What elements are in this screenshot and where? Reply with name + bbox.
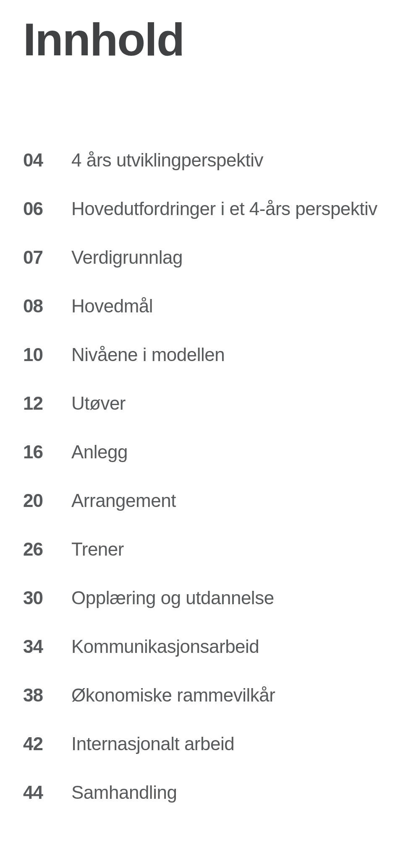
toc-entry-title: Internasjonalt arbeid: [71, 733, 234, 754]
toc-entry-title: Opplæring og utdannelse: [71, 587, 274, 608]
toc-page-number: 16: [23, 442, 71, 463]
toc-entry-title: Nivåene i modellen: [71, 344, 225, 365]
toc-entry: 12 Utøver: [23, 393, 380, 414]
toc-entry-title: Verdigrunnlag: [71, 247, 183, 268]
toc-entry: 20 Arrangement: [23, 490, 380, 511]
toc-entry: 08 Hovedmål: [23, 296, 380, 317]
toc-entry-title: Hovedutfordringer i et 4-års perspektiv: [71, 198, 377, 219]
toc-entry-title: Arrangement: [71, 490, 176, 511]
toc-page-number: 26: [23, 539, 71, 560]
toc-entry: 07 Verdigrunnlag: [23, 247, 380, 268]
toc-page-number: 30: [23, 587, 71, 608]
toc-page-number: 10: [23, 344, 71, 365]
toc-entry: 38 Økonomiske rammevilkår: [23, 685, 380, 706]
toc-page-number: 12: [23, 393, 71, 414]
toc-entry-title: Utøver: [71, 393, 126, 414]
toc-entry-title: Samhandling: [71, 782, 177, 803]
toc-entry-title: 4 års utviklingperspektiv: [71, 150, 263, 171]
toc-entry-title: Økonomiske rammevilkår: [71, 685, 275, 706]
toc-page-number: 42: [23, 733, 71, 754]
toc-page-number: 08: [23, 296, 71, 317]
toc-entry: 44 Samhandling: [23, 782, 380, 803]
table-of-contents: 04 4 års utviklingperspektiv 06 Hovedutf…: [23, 150, 380, 803]
toc-page-number: 07: [23, 247, 71, 268]
toc-page-number: 44: [23, 782, 71, 803]
toc-entry: 10 Nivåene i modellen: [23, 344, 380, 365]
page-title: Innhold: [23, 13, 380, 66]
toc-entry: 42 Internasjonalt arbeid: [23, 733, 380, 754]
toc-entry-title: Anlegg: [71, 442, 128, 463]
toc-page-number: 04: [23, 150, 71, 171]
toc-page-number: 38: [23, 685, 71, 706]
toc-entry: 26 Trener: [23, 539, 380, 560]
toc-entry-title: Kommunikasjonsarbeid: [71, 636, 259, 657]
toc-entry: 06 Hovedutfordringer i et 4-års perspekt…: [23, 198, 380, 219]
toc-entry-title: Hovedmål: [71, 296, 153, 317]
toc-page-number: 06: [23, 198, 71, 219]
toc-entry: 04 4 års utviklingperspektiv: [23, 150, 380, 171]
toc-page-number: 20: [23, 490, 71, 511]
toc-entry-title: Trener: [71, 539, 124, 560]
toc-entry: 30 Opplæring og utdannelse: [23, 587, 380, 608]
toc-page-number: 34: [23, 636, 71, 657]
toc-entry: 16 Anlegg: [23, 442, 380, 463]
toc-entry: 34 Kommunikasjonsarbeid: [23, 636, 380, 657]
